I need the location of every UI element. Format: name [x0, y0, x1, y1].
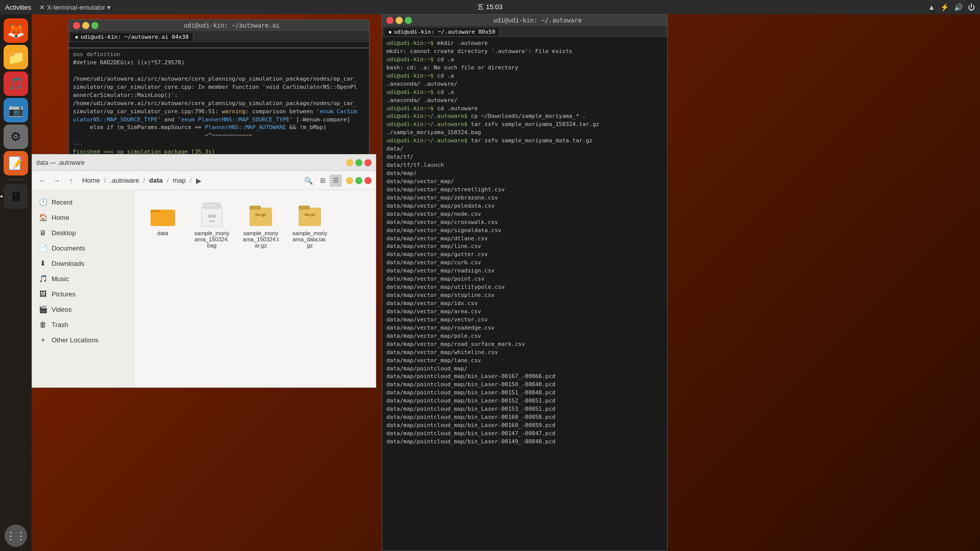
sidebar-item-other-locations[interactable]: + Other Locations: [32, 332, 134, 347]
tab-icon: ▪: [75, 34, 79, 40]
terminal-big-close[interactable]: [386, 17, 394, 24]
sidebar-item-music[interactable]: 🎵 Music: [32, 271, 134, 286]
sidebar-item-trash[interactable]: 🗑 Trash: [32, 317, 134, 332]
sidebar-item-documents[interactable]: 📄 Documents: [32, 240, 134, 256]
sidebar-item-desktop[interactable]: 🖥 Desktop: [32, 225, 134, 240]
file-item-bag[interactable]: 1010 bag sample_moriyama_150324.bag: [191, 198, 232, 252]
clock-display: 五 15:03: [477, 3, 502, 11]
tbig-line29: data/map/vector_map/roadsign.csv: [386, 267, 663, 275]
terminal-1-max[interactable]: [91, 22, 99, 29]
activities-button[interactable]: Activities: [5, 4, 31, 11]
dock-item-scratch[interactable]: 📝: [4, 151, 28, 176]
fm-maximize[interactable]: [355, 159, 362, 166]
fm-list-view-button[interactable]: ☰: [330, 174, 342, 187]
dock-separator: [7, 180, 25, 180]
fm-minimize[interactable]: [346, 159, 353, 166]
data-folder-icon: [150, 202, 176, 228]
term1-line4: /home/udi/autoware.ai/src/autoware/core_…: [73, 75, 365, 99]
terminal-window-1-body[interactable]: ous definition #define RAD2DEG(x) ((x)*5…: [68, 48, 370, 170]
svg-rect-7: [250, 208, 272, 226]
tbig-line6: .anaconda/ .autoware/: [386, 80, 663, 88]
terminal-big-tabbar: ▪ udi@udi-kin: ~/.autoware 80x50: [382, 26, 667, 37]
file-item-targz2[interactable]: tar.gz sample_moriyama_data.tar.gz: [289, 198, 330, 252]
breadcrumb-map[interactable]: map: [169, 176, 188, 185]
volume-icon[interactable]: 🔊: [954, 3, 963, 11]
sidebar-item-home[interactable]: 🏠 Home: [32, 210, 134, 225]
sidebar-label-trash: Trash: [52, 321, 128, 329]
dock-item-rhythmbox[interactable]: 🎵: [4, 71, 28, 96]
fm-forward-button[interactable]: →: [51, 174, 63, 187]
fm-sidebar: 🕐 Recent 🏠 Home 🖥 Desktop 📄 Documents ⬇ …: [32, 190, 134, 387]
tbig-line27: data/map/vector_map/gutter.csv: [386, 251, 663, 259]
sidebar-label-downloads: Downloads: [52, 260, 128, 267]
settings-icon: ⚙: [10, 130, 21, 144]
sidebar-item-downloads[interactable]: ⬇ Downloads: [32, 256, 134, 271]
fm-search-button[interactable]: 🔍: [302, 174, 314, 187]
bag-file-label: sample_moriyama_150324.bag: [193, 230, 230, 248]
tbig-line34: data/map/vector_map/area.csv: [386, 308, 663, 316]
fm-toolbar-min[interactable]: [346, 177, 353, 184]
terminal-1-title: udi@udi-kin: ~/autoware.ai: [99, 22, 365, 29]
terminal-big-controls: [386, 17, 412, 24]
desktop-icon: 🖥: [38, 229, 47, 237]
tbig-line3: udi@udi-kin:~$ cd .a: [386, 56, 663, 64]
dock-item-shotwell[interactable]: 📷: [4, 98, 28, 122]
breadcrumb-data[interactable]: data: [146, 176, 166, 185]
tbig-line40: data/map/vector_map/lane.csv: [386, 357, 663, 365]
fm-toolbar-close[interactable]: [364, 177, 372, 184]
sidebar-item-pictures[interactable]: 🖼 Pictures: [32, 286, 134, 302]
tbig-line42: data/map/pointcloud_map/bin_Laser-00167_…: [386, 372, 663, 381]
svg-rect-4: [204, 203, 220, 208]
fm-close[interactable]: [364, 159, 372, 166]
dock-item-firefox[interactable]: 🦊: [4, 18, 28, 43]
terminal-big-max[interactable]: [405, 17, 412, 24]
svg-text:1010: 1010: [208, 214, 216, 218]
tbig-line19: data/map/vector_map/streetlight.csv: [386, 186, 663, 194]
data-folder-label: data: [157, 230, 168, 236]
terminal-1-body: ous definition #define RAD2DEG(x) ((x)*5…: [69, 48, 369, 170]
terminal-big-min[interactable]: [396, 17, 403, 24]
terminal-1-controls: [73, 22, 99, 29]
tbig-line8: .anaconda/ .autoware/: [386, 96, 663, 105]
dock-item-files[interactable]: 📁: [4, 45, 28, 69]
app-title-button[interactable]: ✕ X-terminal-emulator ▾: [39, 4, 110, 11]
tbig-line16: data/tf/tf.launch: [386, 161, 663, 169]
tbig-line13: udi@udi-kin:~/.autoware$ tar zxfv sample…: [386, 137, 663, 145]
dock-bottom: ⋮⋮: [5, 524, 27, 547]
power-icon[interactable]: ⏻: [968, 3, 975, 11]
tbig-line30: data/map/vector_map/point.csv: [386, 275, 663, 283]
fm-toolbar: ← → ↑ Home / .autoware / data / map / ▶ …: [32, 171, 376, 190]
terminal-1-titlebar: udi@udi-kin: ~/autoware.ai: [69, 20, 369, 31]
sidebar-label-pictures: Pictures: [52, 290, 128, 298]
tbig-line36: data/map/vector_map/roadedge.csv: [386, 324, 663, 332]
terminal-big-titlebar: udi@udi-kin: ~/.autoware: [382, 15, 667, 26]
term1-line1: ous definition: [73, 51, 365, 59]
fm-back-button[interactable]: ←: [36, 174, 48, 187]
dock-item-settings[interactable]: ⚙: [4, 124, 28, 149]
file-item-data[interactable]: data: [142, 198, 183, 252]
svg-rect-1: [151, 212, 175, 226]
terminal-big: udi@udi-kin: ~/.autoware ▪ udi@udi-kin: …: [382, 14, 668, 551]
fm-icon-view-button[interactable]: ⊞: [316, 174, 329, 187]
fm-view-buttons: ⊞ ☰: [316, 174, 342, 187]
sidebar-item-recent[interactable]: 🕐 Recent: [32, 194, 134, 210]
terminal-big-tab1[interactable]: ▪ udi@udi-kin: ~/.autoware 80x50: [384, 28, 500, 36]
breadcrumb-autoware[interactable]: .autoware: [107, 176, 142, 185]
network-icon[interactable]: ▲: [928, 3, 935, 11]
terminal-1-tab1[interactable]: ▪ udi@udi-kin: ~/autoware.ai 84x38: [71, 33, 193, 41]
targz2-icon: tar.gz: [297, 202, 323, 228]
terminal-big-body[interactable]: udi@udi-kin:~$ mkdir .autoware mkdir: ca…: [382, 37, 667, 550]
terminal-1-min[interactable]: [82, 22, 89, 29]
bluetooth-icon[interactable]: ⚡: [940, 3, 949, 11]
breadcrumb-home[interactable]: Home: [79, 176, 103, 185]
dock-item-terminal[interactable]: 🖥: [4, 184, 28, 209]
file-item-targz1[interactable]: tar.gz sample_moriyama_150324.tar.gz: [240, 198, 281, 252]
breadcrumb-more[interactable]: ▶: [192, 174, 205, 187]
sidebar-item-videos[interactable]: 🎬 Videos: [32, 302, 134, 317]
dock-item-apps[interactable]: ⋮⋮: [5, 524, 27, 547]
fm-toolbar-max[interactable]: [355, 177, 362, 184]
tbig-line35: data/map/vector_map/vector.csv: [386, 316, 663, 324]
tbig-line4: bash: cd: .a: No such file or directory: [386, 64, 663, 72]
fm-up-button[interactable]: ↑: [65, 174, 77, 187]
terminal-1-close[interactable]: [73, 22, 80, 29]
